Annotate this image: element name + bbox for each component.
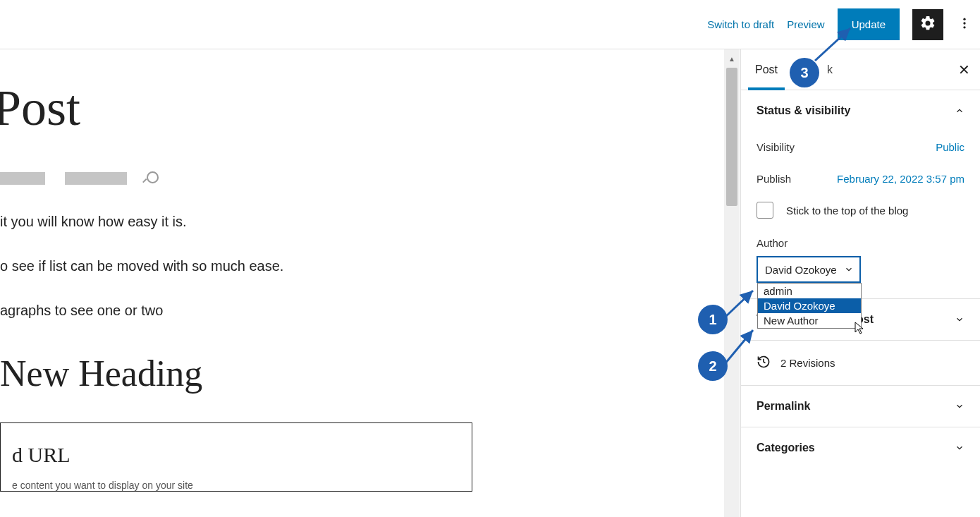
chevron-up-icon xyxy=(955,106,964,116)
panel-status-visibility: Status & visibility Visibility Public Pu… xyxy=(741,90,980,299)
panel-permalink-toggle[interactable]: Permalink xyxy=(741,386,980,427)
embed-title: d URL xyxy=(12,443,460,467)
stick-checkbox[interactable] xyxy=(757,202,773,219)
panel-title: Permalink xyxy=(757,400,810,413)
nav-placeholder xyxy=(0,171,726,185)
author-option[interactable]: David Ozokoye xyxy=(758,298,861,313)
tab-post[interactable]: Post xyxy=(741,49,792,90)
sidebar-tabs: Post k ✕ xyxy=(741,49,980,90)
embed-subtitle: e content you want to display on your si… xyxy=(12,480,460,491)
annotation-badge-3: 3 xyxy=(790,58,819,87)
more-vertical-icon xyxy=(957,16,972,32)
chevron-down-icon xyxy=(955,315,964,324)
publish-value[interactable]: February 22, 2022 3:57 pm xyxy=(837,173,964,185)
close-sidebar-button[interactable]: ✕ xyxy=(958,61,970,78)
author-selected-value: David Ozokoye xyxy=(765,264,837,276)
settings-button[interactable] xyxy=(912,9,943,40)
panel-categories-toggle[interactable]: Categories xyxy=(741,427,980,468)
svg-point-1 xyxy=(963,22,965,24)
panel-permalink: Permalink xyxy=(741,386,980,427)
panel-title: Categories xyxy=(757,442,815,454)
stick-to-top-row[interactable]: Stick to the top of the blog xyxy=(757,195,964,233)
panel-title: Status & visibility xyxy=(757,104,850,117)
revisions-label: 2 Revisions xyxy=(780,357,835,369)
scroll-up-arrow-icon[interactable]: ▲ xyxy=(724,52,740,65)
post-title[interactable]: Post xyxy=(0,79,726,138)
chevron-down-icon xyxy=(955,443,964,453)
preview-link[interactable]: Preview xyxy=(787,18,824,30)
revisions-row[interactable]: 2 Revisions xyxy=(741,341,980,386)
heading-block[interactable]: New Heading xyxy=(0,353,726,394)
gear-icon xyxy=(919,15,936,34)
settings-sidebar: Post k ✕ Status & visibility Visibility … xyxy=(740,49,980,517)
editor-canvas: Post it you will know how easy it is. o … xyxy=(0,49,726,517)
nav-item-placeholder xyxy=(0,172,45,185)
annotation-badge-2: 2 xyxy=(698,351,728,381)
publish-row[interactable]: Publish February 22, 2022 3:57 pm xyxy=(757,163,964,195)
svg-point-2 xyxy=(963,26,965,28)
visibility-row[interactable]: Visibility Public xyxy=(757,131,964,163)
chevron-down-icon xyxy=(955,401,964,411)
close-icon: ✕ xyxy=(958,62,970,78)
editor-scrollbar[interactable]: ▲ xyxy=(724,49,740,517)
author-option[interactable]: admin xyxy=(758,284,861,298)
more-options-button[interactable] xyxy=(956,9,973,40)
panel-status-toggle[interactable]: Status & visibility xyxy=(741,90,980,131)
search-icon[interactable] xyxy=(147,171,161,185)
editor-topbar: Switch to draft Preview Update xyxy=(0,0,980,49)
paragraph-block[interactable]: it you will know how easy it is. xyxy=(0,214,726,230)
update-button[interactable]: Update xyxy=(838,8,900,40)
stick-label: Stick to the top of the blog xyxy=(786,205,908,217)
paragraph-block[interactable]: o see if list can be moved with so much … xyxy=(0,258,726,274)
visibility-value[interactable]: Public xyxy=(936,141,964,153)
annotation-badge-1: 1 xyxy=(698,305,728,334)
author-label: Author xyxy=(757,237,964,249)
nav-item-placeholder xyxy=(65,172,127,185)
scroll-thumb[interactable] xyxy=(726,68,737,206)
author-dropdown: admin David Ozokoye New Author xyxy=(757,283,862,329)
paragraph-block[interactable]: agraphs to see one or two xyxy=(0,303,726,319)
author-option[interactable]: New Author xyxy=(758,313,861,328)
embed-block[interactable]: d URL e content you want to display on y… xyxy=(0,422,472,492)
panel-categories: Categories xyxy=(741,427,980,468)
publish-label: Publish xyxy=(757,173,791,185)
chevron-down-icon xyxy=(844,264,854,274)
visibility-label: Visibility xyxy=(757,141,795,153)
author-select[interactable]: David Ozokoye admin David Ozokoye New Au… xyxy=(757,256,861,283)
history-icon xyxy=(757,355,771,371)
svg-point-0 xyxy=(963,18,965,20)
switch-to-draft-link[interactable]: Switch to draft xyxy=(707,18,774,30)
